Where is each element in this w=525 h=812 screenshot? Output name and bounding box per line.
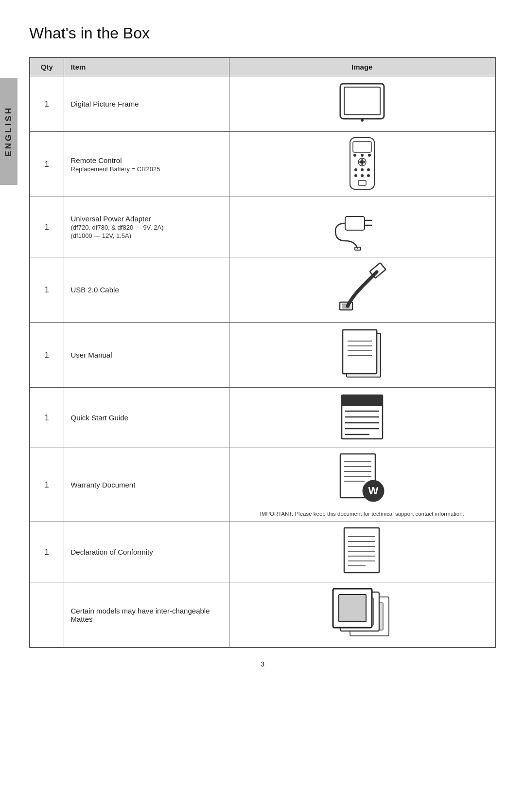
row-image [229,522,495,582]
item-name: User Manual [71,351,112,359]
table-row: 1Universal Power Adapter(df720, df780, &… [30,197,495,257]
item-name: Warranty Document [71,481,136,489]
table-row: 1User Manual [30,323,495,388]
table-row: 1USB 2.0 Cable [30,257,495,323]
row-item: Remote ControlReplacement Battery = CR20… [64,132,229,197]
svg-point-6 [361,154,364,157]
row-item: Warranty Document [64,448,229,522]
item-name: Certain models may have inter-changeable… [71,607,210,623]
row-qty: 1 [30,323,64,388]
row-image [229,76,495,132]
svg-point-15 [361,168,364,171]
svg-rect-32 [343,330,377,374]
table-row: Certain models may have inter-changeable… [30,582,495,648]
row-qty: 1 [30,76,64,132]
item-name: Digital Picture Frame [71,100,139,108]
row-qty: 1 [30,257,64,323]
warranty-note: IMPORTANT: Please keep this document for… [239,511,486,517]
svg-rect-24 [355,247,361,250]
row-item: Declaration of Conformity [64,522,229,582]
row-item: Universal Power Adapter(df720, df780, & … [64,197,229,257]
row-image [229,132,495,197]
svg-rect-38 [342,395,383,406]
item-name: USB 2.0 Cable [71,286,119,294]
row-qty: 1 [30,132,64,197]
row-image [229,388,495,448]
svg-point-13 [361,161,364,163]
row-qty [30,582,64,648]
row-image [229,257,495,323]
row-image [229,323,495,388]
svg-point-7 [368,154,371,157]
row-item: User Manual [64,323,229,388]
side-tab: ENGLISH [0,78,18,185]
row-item: Certain models may have inter-changeable… [64,582,229,648]
item-name: Remote Control [71,156,122,164]
svg-point-14 [354,168,357,171]
row-item: Digital Picture Frame [64,76,229,132]
item-sub: Replacement Battery = CR2025 [71,165,222,173]
svg-point-18 [361,174,364,177]
svg-text:W: W [368,485,378,497]
item-sub: (df720, df780, & df820 — 9V, 2A) [71,224,222,231]
svg-rect-0 [340,84,384,119]
svg-rect-1 [344,87,380,115]
item-name: Quick Start Guide [71,414,128,422]
svg-rect-20 [358,180,366,185]
row-image [229,582,495,648]
table-row: 1Declaration of Conformity [30,522,495,582]
main-content: What's in the Box Qty Item Image 1Digita… [29,0,496,668]
table-row: 1Warranty Document W IMPORTANT: Please k… [30,448,495,522]
table-row: 1Digital Picture Frame [30,76,495,132]
svg-point-19 [367,174,370,177]
page-number: 3 [29,660,496,668]
row-qty: 1 [30,448,64,522]
header-image: Image [229,57,495,76]
svg-marker-10 [361,163,364,165]
svg-rect-21 [345,217,365,230]
table-row: 1Quick Start Guide [30,388,495,448]
svg-point-2 [361,119,364,122]
item-name: Declaration of Conformity [71,548,153,556]
table-header-row: Qty Item Image [30,57,495,76]
svg-marker-11 [359,161,361,163]
item-sub: (df1000 — 12V, 1.5A) [71,232,222,239]
svg-point-16 [367,168,370,171]
svg-marker-9 [361,159,364,161]
row-item: Quick Start Guide [64,388,229,448]
item-name: Universal Power Adapter [71,215,151,223]
row-qty: 1 [30,522,64,582]
svg-marker-12 [364,161,366,163]
row-qty: 1 [30,388,64,448]
row-image: W IMPORTANT: Please keep this document f… [229,448,495,522]
row-qty: 1 [30,197,64,257]
items-table: Qty Item Image 1Digital Picture Frame 1R… [29,57,496,648]
svg-rect-65 [339,595,366,622]
svg-rect-4 [353,142,371,152]
header-item: Item [64,57,229,76]
row-image [229,197,495,257]
row-item: USB 2.0 Cable [64,257,229,323]
table-row: 1Remote ControlReplacement Battery = CR2… [30,132,495,197]
side-tab-label: ENGLISH [4,106,14,157]
svg-point-17 [354,174,357,177]
svg-point-5 [353,154,356,157]
page-title: What's in the Box [29,24,496,42]
header-qty: Qty [30,57,64,76]
